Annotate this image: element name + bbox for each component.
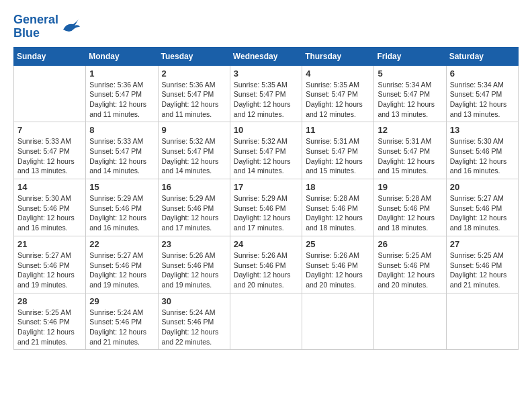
day-info: Sunrise: 5:31 AM Sunset: 5:47 PM Dayligh… [306,136,370,176]
weekday-saturday: Saturday [446,47,518,65]
day-number: 2 [162,68,226,79]
calendar-cell: 5Sunrise: 5:34 AM Sunset: 5:47 PM Daylig… [374,65,446,122]
weekday-wednesday: Wednesday [230,47,302,65]
calendar-cell: 26Sunrise: 5:25 AM Sunset: 5:46 PM Dayli… [374,236,446,293]
calendar-cell: 24Sunrise: 5:26 AM Sunset: 5:46 PM Dayli… [230,236,302,293]
week-row-1: 1Sunrise: 5:36 AM Sunset: 5:47 PM Daylig… [14,65,519,122]
day-info: Sunrise: 5:35 AM Sunset: 5:47 PM Dayligh… [306,80,370,120]
day-info: Sunrise: 5:26 AM Sunset: 5:46 PM Dayligh… [234,250,298,290]
calendar-cell: 22Sunrise: 5:27 AM Sunset: 5:46 PM Dayli… [86,236,158,293]
day-number: 4 [306,68,370,79]
week-row-4: 21Sunrise: 5:27 AM Sunset: 5:46 PM Dayli… [14,236,519,293]
calendar-cell: 18Sunrise: 5:28 AM Sunset: 5:46 PM Dayli… [302,179,374,236]
day-info: Sunrise: 5:28 AM Sunset: 5:46 PM Dayligh… [378,193,442,233]
day-number: 1 [89,68,154,79]
day-number: 10 [234,125,298,135]
day-number: 15 [89,182,154,192]
day-info: Sunrise: 5:28 AM Sunset: 5:46 PM Dayligh… [306,193,370,233]
calendar-cell: 17Sunrise: 5:29 AM Sunset: 5:46 PM Dayli… [230,179,302,236]
calendar-cell: 10Sunrise: 5:32 AM Sunset: 5:47 PM Dayli… [230,122,302,179]
day-info: Sunrise: 5:27 AM Sunset: 5:46 PM Dayligh… [89,250,154,290]
day-number: 13 [450,125,515,135]
day-number: 24 [234,239,298,249]
day-number: 5 [378,68,442,79]
day-number: 18 [306,182,370,192]
day-info: Sunrise: 5:24 AM Sunset: 5:46 PM Dayligh… [89,308,154,347]
day-info: Sunrise: 5:32 AM Sunset: 5:47 PM Dayligh… [234,136,298,176]
day-number: 6 [450,68,515,79]
day-info: Sunrise: 5:25 AM Sunset: 5:46 PM Dayligh… [378,250,442,290]
day-info: Sunrise: 5:34 AM Sunset: 5:47 PM Dayligh… [450,80,515,120]
day-number: 3 [234,68,298,79]
day-info: Sunrise: 5:33 AM Sunset: 5:47 PM Dayligh… [17,136,82,176]
day-info: Sunrise: 5:27 AM Sunset: 5:46 PM Dayligh… [17,250,82,290]
day-info: Sunrise: 5:35 AM Sunset: 5:47 PM Dayligh… [234,80,298,120]
calendar-cell: 12Sunrise: 5:31 AM Sunset: 5:47 PM Dayli… [374,122,446,179]
day-info: Sunrise: 5:29 AM Sunset: 5:46 PM Dayligh… [234,193,298,233]
calendar-cell: 16Sunrise: 5:29 AM Sunset: 5:46 PM Dayli… [158,179,230,236]
logo-icon [60,17,80,36]
day-info: Sunrise: 5:31 AM Sunset: 5:47 PM Dayligh… [378,136,442,176]
calendar-cell: 19Sunrise: 5:28 AM Sunset: 5:46 PM Dayli… [374,179,446,236]
weekday-sunday: Sunday [14,47,86,65]
weekday-friday: Friday [374,47,446,65]
logo: GeneralBlue [13,13,80,40]
day-number: 8 [89,125,154,135]
day-number: 19 [378,182,442,192]
calendar-cell: 8Sunrise: 5:33 AM Sunset: 5:47 PM Daylig… [86,122,158,179]
calendar-cell: 30Sunrise: 5:24 AM Sunset: 5:46 PM Dayli… [158,293,230,350]
day-number: 20 [450,182,515,192]
calendar-cell: 21Sunrise: 5:27 AM Sunset: 5:46 PM Dayli… [14,236,86,293]
week-row-2: 7Sunrise: 5:33 AM Sunset: 5:47 PM Daylig… [14,122,519,179]
page-header: GeneralBlue [13,13,519,40]
calendar-table: SundayMondayTuesdayWednesdayThursdayFrid… [13,47,519,351]
day-number: 22 [89,239,154,249]
day-number: 17 [234,182,298,192]
day-info: Sunrise: 5:25 AM Sunset: 5:46 PM Dayligh… [450,250,515,290]
day-number: 23 [162,239,226,249]
calendar-cell: 15Sunrise: 5:29 AM Sunset: 5:46 PM Dayli… [86,179,158,236]
day-info: Sunrise: 5:32 AM Sunset: 5:47 PM Dayligh… [162,136,226,176]
calendar-body: 1Sunrise: 5:36 AM Sunset: 5:47 PM Daylig… [14,65,519,350]
day-number: 14 [17,182,82,192]
weekday-header-row: SundayMondayTuesdayWednesdayThursdayFrid… [14,47,519,65]
day-number: 27 [450,239,515,249]
day-info: Sunrise: 5:36 AM Sunset: 5:47 PM Dayligh… [162,80,226,120]
day-number: 21 [17,239,82,249]
week-row-5: 28Sunrise: 5:25 AM Sunset: 5:46 PM Dayli… [14,293,519,350]
day-info: Sunrise: 5:30 AM Sunset: 5:46 PM Dayligh… [450,136,515,176]
logo-text: GeneralBlue [13,13,58,40]
day-info: Sunrise: 5:27 AM Sunset: 5:46 PM Dayligh… [450,193,515,233]
day-info: Sunrise: 5:33 AM Sunset: 5:47 PM Dayligh… [89,136,154,176]
day-info: Sunrise: 5:29 AM Sunset: 5:46 PM Dayligh… [89,193,154,233]
day-info: Sunrise: 5:30 AM Sunset: 5:46 PM Dayligh… [17,193,82,233]
calendar-cell [230,293,302,350]
day-info: Sunrise: 5:25 AM Sunset: 5:46 PM Dayligh… [17,308,82,347]
calendar-cell: 11Sunrise: 5:31 AM Sunset: 5:47 PM Dayli… [302,122,374,179]
calendar-cell: 7Sunrise: 5:33 AM Sunset: 5:47 PM Daylig… [14,122,86,179]
calendar-cell: 3Sunrise: 5:35 AM Sunset: 5:47 PM Daylig… [230,65,302,122]
calendar-cell: 20Sunrise: 5:27 AM Sunset: 5:46 PM Dayli… [446,179,518,236]
day-number: 28 [17,296,82,306]
calendar-cell: 25Sunrise: 5:26 AM Sunset: 5:46 PM Dayli… [302,236,374,293]
day-number: 16 [162,182,226,192]
day-info: Sunrise: 5:29 AM Sunset: 5:46 PM Dayligh… [162,193,226,233]
calendar-cell: 4Sunrise: 5:35 AM Sunset: 5:47 PM Daylig… [302,65,374,122]
day-number: 11 [306,125,370,135]
day-number: 29 [89,296,154,306]
day-number: 9 [162,125,226,135]
day-number: 7 [17,125,82,135]
calendar-cell: 14Sunrise: 5:30 AM Sunset: 5:46 PM Dayli… [14,179,86,236]
calendar-cell: 13Sunrise: 5:30 AM Sunset: 5:46 PM Dayli… [446,122,518,179]
calendar-cell: 6Sunrise: 5:34 AM Sunset: 5:47 PM Daylig… [446,65,518,122]
calendar-cell: 27Sunrise: 5:25 AM Sunset: 5:46 PM Dayli… [446,236,518,293]
day-info: Sunrise: 5:34 AM Sunset: 5:47 PM Dayligh… [378,80,442,120]
calendar-cell: 9Sunrise: 5:32 AM Sunset: 5:47 PM Daylig… [158,122,230,179]
calendar-cell: 29Sunrise: 5:24 AM Sunset: 5:46 PM Dayli… [86,293,158,350]
calendar-cell [14,65,86,122]
week-row-3: 14Sunrise: 5:30 AM Sunset: 5:46 PM Dayli… [14,179,519,236]
day-info: Sunrise: 5:26 AM Sunset: 5:46 PM Dayligh… [306,250,370,290]
calendar-cell: 23Sunrise: 5:26 AM Sunset: 5:46 PM Dayli… [158,236,230,293]
calendar-cell [446,293,518,350]
day-number: 12 [378,125,442,135]
